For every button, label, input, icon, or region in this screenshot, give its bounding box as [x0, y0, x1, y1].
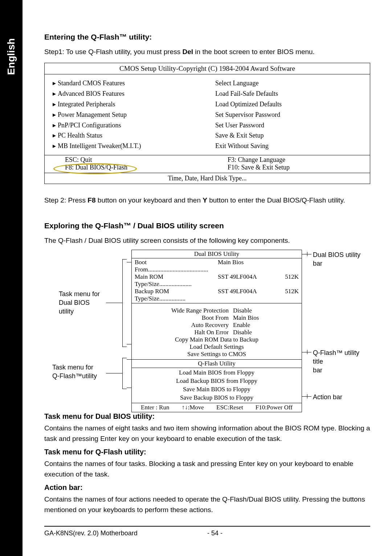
menu-label: Power Management Setup — [58, 110, 127, 120]
task-row[interactable]: Load Backup BIOS from Floppy — [132, 377, 302, 385]
task-row[interactable]: Save Backup BIOS to Floppy — [132, 394, 302, 402]
label-qflash-bar: Q-Flash™ utility title bar — [313, 348, 370, 375]
menu-item[interactable]: Set User Password — [215, 120, 362, 131]
triangle-icon: ▸ — [53, 120, 58, 131]
menu-label: Load Fail-Safe Defaults — [215, 89, 278, 99]
cmos-setup-box: CMOS Setup Utility-Copyright (C) 1984-20… — [44, 63, 370, 184]
menu-label: Integrated Peripherals — [58, 99, 115, 110]
footer-model: GA-K8NS(rev. 2.0) Motherboard — [44, 530, 207, 537]
label-task-qflash: Task menu for Q-Flash™utility — [52, 363, 97, 381]
menu-label: Save & Exit Setup — [215, 130, 264, 141]
label-dual-bios-bar: Dual BIOS utility bar — [313, 250, 370, 268]
menu-label: Load Optimized Defaults — [215, 99, 282, 110]
task-row[interactable]: Copy Main ROM Data to Backup — [135, 336, 299, 343]
menu-item[interactable]: Select Language — [215, 78, 362, 89]
menu-label: Advanced BIOS Features — [58, 89, 124, 99]
task-val: Disable — [233, 307, 273, 314]
language-tab: English — [0, 0, 23, 556]
qflash-tasks: Load Main BIOS from Floppy Load Backup B… — [132, 368, 302, 403]
connector — [106, 373, 122, 373]
desc-text-dual: Contains the names of eight tasks and tw… — [44, 423, 370, 444]
page-footer: GA-K8NS(rev. 2.0) Motherboard - 54 - — [44, 526, 370, 537]
menu-label: Select Language — [215, 78, 258, 89]
menu-item[interactable]: Exit Without Saving — [215, 141, 362, 151]
key-hint: ESC: Quit — [65, 156, 199, 164]
dual-bios-tasks: Wide Range ProtectionDisable Boot FromMa… — [132, 303, 302, 360]
step2-post: button to enter the Dual BIOS/Q-Flash ut… — [207, 196, 345, 204]
menu-item[interactable]: Load Fail-Safe Defaults — [215, 89, 362, 99]
menu-label: PnP/PCI Configurations — [58, 120, 121, 131]
task-key: Auto Recovery — [160, 322, 233, 329]
menu-label: MB Intelligent Tweaker(M.I.T.) — [58, 141, 141, 151]
desc-heading-dual: Task menu for Dual BIOS utility: — [44, 412, 370, 421]
bracket — [122, 358, 127, 389]
info-key: Boot From...............................… — [135, 259, 218, 273]
task-row[interactable]: Load Main BIOS from Floppy — [132, 369, 302, 377]
info-size: 512K — [268, 288, 299, 302]
cmos-footer-keys: ESC: Quit F8: Dual BIOS/Q-Flash F3: Chan… — [45, 155, 370, 173]
desc-text-action: Contains the names of four actions neede… — [44, 494, 370, 515]
menu-item[interactable]: Save & Exit Setup — [215, 130, 362, 141]
menu-item[interactable]: ▸Integrated Peripherals — [53, 99, 199, 110]
step1-pre: Step1: To use Q-Flash utility, you must … — [44, 48, 183, 56]
task-row[interactable]: Save Main BIOS to Floppy — [132, 385, 302, 394]
task-row[interactable]: Halt On ErrorDisable — [135, 329, 299, 336]
menu-label: PC Health Status — [58, 130, 102, 141]
step1-key: Del — [183, 48, 193, 56]
connector — [127, 388, 131, 388]
menu-item[interactable]: ▸Power Management Setup — [53, 110, 199, 120]
menu-label: Set Supervisor Password — [215, 110, 280, 120]
task-row[interactable]: Save Settings to CMOS — [135, 351, 299, 358]
menu-item[interactable]: Load Optimized Defaults — [215, 99, 362, 110]
info-row: Boot From...............................… — [135, 259, 299, 273]
menu-item[interactable]: ▸Standard CMOS Features — [53, 78, 199, 89]
info-val: SST 49LF004A — [218, 288, 268, 302]
cmos-body: ▸Standard CMOS Features ▸Advanced BIOS F… — [45, 74, 370, 155]
connector — [127, 262, 131, 262]
connector — [302, 254, 311, 254]
info-row: Backup ROM Type/Size.................SST… — [135, 288, 299, 302]
menu-item[interactable]: ▸PnP/PCI Configurations — [53, 120, 199, 131]
footer-page-number: - 54 - — [207, 530, 370, 537]
task-row[interactable]: Wide Range ProtectionDisable — [135, 307, 299, 314]
task-row[interactable]: Boot FromMain Bios — [135, 314, 299, 322]
menu-item[interactable]: ▸PC Health Status — [53, 130, 199, 141]
task-key: Halt On Error — [160, 329, 233, 336]
info-key: Main ROM Type/Size..................... — [135, 273, 218, 288]
cmos-right-col: Select Language Load Fail-Safe Defaults … — [207, 74, 370, 155]
task-row[interactable]: Load Default Settings — [135, 343, 299, 351]
task-val: Enable — [233, 322, 273, 329]
heading-exploring: Exploring the Q-Flash™ / Dual BIOS utili… — [44, 221, 370, 230]
menu-item[interactable]: ▸MB Intelligent Tweaker(M.I.T.) — [53, 141, 199, 151]
desc-heading-action: Action bar: — [44, 483, 370, 492]
highlight-oval — [53, 163, 137, 174]
cmos-left-col: ▸Standard CMOS Features ▸Advanced BIOS F… — [45, 74, 207, 155]
info-val: Main Bios — [218, 259, 268, 273]
task-val: Main Bios — [233, 314, 273, 322]
info-val: SST 49LF004A — [218, 273, 268, 288]
connector — [307, 252, 307, 256]
connector — [127, 344, 131, 344]
task-val: Disable — [233, 329, 273, 336]
menu-item[interactable]: ▸Advanced BIOS Features — [53, 89, 199, 99]
action-item: ↑↓:Move — [182, 404, 204, 411]
triangle-icon: ▸ — [53, 99, 58, 110]
menu-item[interactable]: Set Supervisor Password — [215, 110, 362, 120]
exploring-intro: The Q-Flash / Dual BIOS utility screen c… — [44, 235, 370, 246]
key-hint: F3: Change Language — [228, 156, 362, 164]
triangle-icon: ▸ — [53, 78, 58, 89]
connector — [307, 350, 307, 354]
action-bar: Enter : Run ↑↓:Move ESC:Reset F10:Power … — [132, 403, 302, 412]
bracket — [122, 259, 127, 347]
menu-label: Standard CMOS Features — [58, 78, 125, 89]
connector — [302, 352, 311, 352]
step2-text: Step 2: Press F8 button on your keyboard… — [44, 195, 370, 205]
step2-pre: Step 2: Press — [44, 196, 87, 204]
task-key: Boot From — [160, 314, 233, 322]
menu-label: Exit Without Saving — [215, 141, 269, 151]
task-row[interactable]: Auto RecoveryEnable — [135, 322, 299, 329]
info-key: Backup ROM Type/Size................. — [135, 288, 218, 302]
triangle-icon: ▸ — [53, 130, 58, 141]
connector — [302, 396, 311, 397]
triangle-icon: ▸ — [53, 141, 58, 151]
